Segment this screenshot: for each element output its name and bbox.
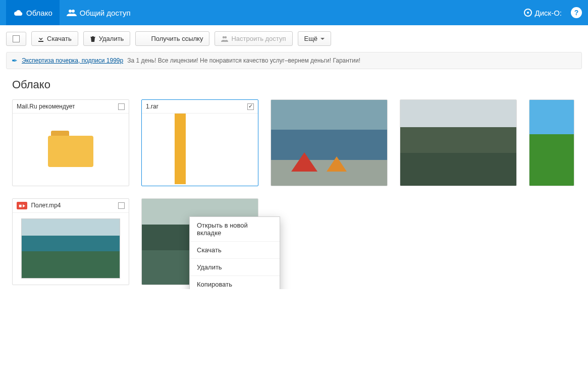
card-title: 1.rar [146, 103, 158, 110]
card-title: Полет.mp4 [31, 202, 61, 209]
card-title-wrap: ■ Полет.mp4 [17, 202, 61, 209]
topbar: Облако Общий доступ Диск-О: ? [0, 0, 588, 25]
more-button[interactable]: Ещё [298, 31, 332, 46]
card-body [271, 100, 387, 186]
svg-point-4 [223, 36, 225, 38]
ad-link[interactable]: Экспертиза почерка, подписи 1999р [22, 57, 123, 64]
thumbnail-image [400, 100, 516, 186]
file-grid: Mail.Ru рекомендует 1.rar [0, 95, 588, 289]
card-photo-field[interactable] [529, 99, 574, 186]
card-body [13, 213, 129, 284]
thumbnail-image [271, 100, 387, 186]
card-recommend[interactable]: Mail.Ru рекомендует [12, 99, 129, 186]
tab-cloud[interactable]: Облако [6, 0, 60, 25]
thumbnail-image [529, 100, 574, 186]
download-icon [38, 36, 44, 42]
get-link-button[interactable]: Получить ссылку [135, 31, 209, 46]
disk-o-label: Диск-О: [535, 9, 562, 17]
card-rar[interactable]: 1.rar [141, 99, 258, 186]
delete-label: Удалить [99, 35, 124, 42]
card-body [13, 114, 129, 184]
toolbar: Скачать Удалить Получить ссылку Настроит… [0, 25, 588, 52]
chevron-down-icon [320, 38, 325, 40]
card-title: Mail.Ru рекомендует [17, 103, 75, 110]
download-button[interactable]: Скачать [31, 31, 78, 46]
context-menu: Открыть в новой вкладке Скачать Удалить … [189, 216, 280, 289]
rar-icon [175, 114, 186, 184]
pen-icon: ✒ [12, 57, 18, 65]
svg-point-3 [527, 12, 529, 14]
card-body [142, 114, 258, 184]
folder-icon [48, 131, 93, 167]
people-icon [221, 36, 228, 42]
svg-point-5 [225, 36, 227, 38]
card-head: 1.rar [142, 100, 258, 114]
ctx-copy[interactable]: Копировать [190, 275, 280, 289]
ad-banner: ✒ Экспертиза почерка, подписи 1999р За 1… [6, 52, 582, 69]
page-title: Облако [0, 71, 588, 95]
card-body [400, 100, 516, 186]
topbar-right: Диск-О: ? [521, 0, 582, 25]
link-icon [142, 36, 148, 42]
card-photo-tents[interactable] [271, 99, 388, 186]
disk-o-link[interactable]: Диск-О: [521, 0, 565, 25]
checkbox-icon [13, 35, 20, 42]
cloud-icon [13, 9, 23, 16]
svg-point-0 [69, 10, 72, 13]
trash-icon [90, 36, 96, 42]
card-checkbox[interactable] [247, 103, 254, 110]
ctx-download[interactable]: Скачать [190, 241, 280, 258]
people-icon [67, 9, 77, 16]
delete-button[interactable]: Удалить [83, 31, 131, 46]
ctx-open-new-tab[interactable]: Открыть в новой вкладке [190, 217, 280, 241]
svg-point-1 [72, 10, 75, 13]
card-photo-lake[interactable] [400, 99, 517, 186]
thumbnail-image [21, 218, 120, 279]
card-video[interactable]: ■ Полет.mp4 [12, 198, 129, 285]
ctx-delete[interactable]: Удалить [190, 258, 280, 275]
video-badge: ■ [17, 202, 27, 209]
content: Mail.Ru рекомендует 1.rar [0, 95, 588, 289]
disk-o-icon [524, 9, 532, 17]
select-all-checkbox[interactable] [6, 32, 26, 46]
help-button[interactable]: ? [571, 7, 582, 18]
tab-cloud-label: Облако [26, 9, 52, 17]
tab-shared-label: Общий доступ [80, 9, 131, 17]
card-head: Mail.Ru рекомендует [13, 100, 129, 114]
card-body [529, 100, 574, 186]
card-head: ■ Полет.mp4 [13, 199, 129, 213]
tab-shared[interactable]: Общий доступ [60, 0, 138, 25]
topbar-left: Облако Общий доступ [6, 0, 138, 25]
share-access-button[interactable]: Настроить доступ [215, 31, 292, 46]
get-link-label: Получить ссылку [151, 35, 203, 42]
card-checkbox[interactable] [118, 202, 125, 209]
card-checkbox[interactable] [118, 103, 125, 110]
more-label: Ещё [304, 35, 318, 42]
share-access-label: Настроить доступ [231, 35, 286, 42]
download-label: Скачать [47, 35, 72, 42]
ad-tail: За 1 день! Все лицензии! Не понравится к… [127, 57, 360, 64]
